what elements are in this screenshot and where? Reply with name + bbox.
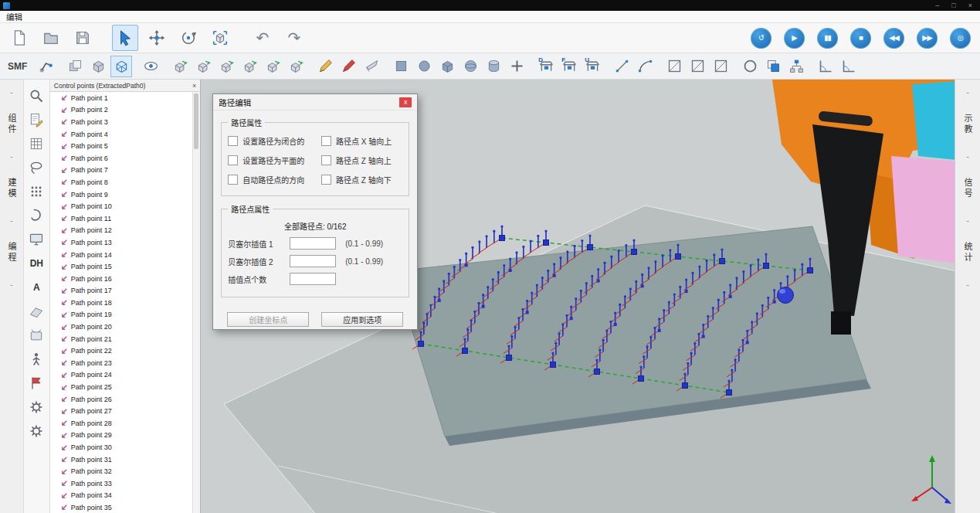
tree-item-path-point[interactable]: Path point 9: [50, 189, 193, 201]
section-plane-3-button[interactable]: [710, 56, 731, 77]
rail-section-3[interactable]: 建模: [5, 178, 18, 199]
open-file-button[interactable]: [38, 25, 64, 51]
flag-tool-button[interactable]: [26, 373, 46, 393]
copy-object-button[interactable]: [64, 56, 86, 77]
create-coordinate-points-button[interactable]: 创建坐标点: [227, 312, 309, 327]
tree-item-path-point[interactable]: Path point 27: [50, 405, 193, 417]
box-op-1-button[interactable]: [169, 56, 191, 77]
workbench-u-button[interactable]: U: [582, 56, 603, 77]
skip-back-button[interactable]: ◀◀: [883, 28, 904, 49]
report-tool-button[interactable]: [26, 110, 46, 130]
workbench-d-button[interactable]: D: [535, 56, 557, 77]
tree-item-path-point[interactable]: Path point 33: [50, 477, 193, 490]
draw-circle-button[interactable]: [739, 56, 761, 77]
grid-tool-button[interactable]: [26, 134, 46, 154]
tree-item-path-point[interactable]: Path point 10: [50, 200, 193, 212]
tree-item-path-point[interactable]: Path point 25: [50, 381, 193, 393]
settings-tool-2-button[interactable]: [26, 421, 46, 441]
redo-button[interactable]: ↷: [281, 25, 307, 51]
checkbox-box[interactable]: [228, 136, 238, 146]
draw-pen-button[interactable]: [314, 56, 336, 77]
plane-tool-button[interactable]: [26, 301, 46, 321]
pause-button[interactable]: ▮▮: [817, 28, 838, 49]
group-objects-button[interactable]: [762, 56, 784, 77]
tree-item-path-point[interactable]: Path point 31: [50, 454, 193, 466]
rail-section-1[interactable]: 示教: [961, 114, 974, 135]
tree-item-path-point[interactable]: Path point 18: [50, 297, 193, 309]
scrollbar-thumb[interactable]: [194, 93, 198, 149]
box-op-2-button[interactable]: [192, 56, 214, 77]
close-button[interactable]: ×: [968, 0, 972, 11]
checkbox-box[interactable]: [321, 155, 331, 165]
tree-item-path-point[interactable]: Path point 4: [50, 128, 193, 141]
draw-cut-button[interactable]: [361, 56, 382, 77]
box-solid-button[interactable]: [87, 56, 109, 77]
tree-item-path-point[interactable]: Path point 23: [50, 357, 193, 369]
undo-button[interactable]: ↶: [249, 25, 276, 51]
rail-section-5[interactable]: 编程: [5, 242, 18, 263]
lasso-tool-button[interactable]: [26, 158, 46, 178]
section-plane-1-button[interactable]: [663, 56, 685, 77]
minimize-button[interactable]: –: [935, 0, 939, 11]
tree-item-path-point[interactable]: Path point 11: [50, 212, 193, 225]
tree-item-path-point[interactable]: Path point 35: [50, 501, 193, 513]
maximize-button[interactable]: □: [951, 0, 955, 11]
structure-graph-button[interactable]: [785, 56, 807, 77]
tree-item-path-point[interactable]: Path point 17: [50, 285, 193, 297]
tree-item-path-point[interactable]: Path point 24: [50, 369, 193, 382]
tree-item-path-point[interactable]: Path point 7: [50, 165, 193, 177]
primitive-sphere-button[interactable]: [459, 56, 481, 77]
stop-button[interactable]: ■: [850, 28, 871, 49]
tree-item-path-point[interactable]: Path point 19: [50, 309, 193, 321]
tree-item-path-point[interactable]: Path point 26: [50, 393, 193, 406]
checkbox-box[interactable]: [228, 175, 238, 185]
box-op-4-button[interactable]: [239, 56, 260, 77]
tree-item-path-point[interactable]: Path point 5: [50, 140, 193, 152]
draw-marker-button[interactable]: [337, 56, 359, 77]
path-prop-checkbox-3[interactable]: 路径点 X 轴向上: [321, 135, 402, 147]
path-prop-checkbox-0[interactable]: 设置路径为闭合的: [228, 135, 315, 147]
workbench-f-button[interactable]: F: [558, 56, 580, 77]
pattern-tool-button[interactable]: [26, 182, 46, 202]
field-input-2[interactable]: [290, 273, 336, 285]
tree-item-path-point[interactable]: Path point 15: [50, 260, 193, 273]
zoom-tool-button[interactable]: [26, 86, 46, 106]
tree-item-path-point[interactable]: Path point 16: [50, 273, 193, 285]
path-prop-checkbox-5[interactable]: 路径点 Z 轴向下: [321, 174, 402, 185]
primitive-circle-button[interactable]: [413, 56, 435, 77]
tree-item-path-point[interactable]: Path point 8: [50, 176, 193, 189]
add-primitive-button[interactable]: [506, 56, 527, 77]
measure-angle-1-button[interactable]: [815, 56, 836, 77]
annotation-tool-button[interactable]: A: [26, 277, 46, 297]
dh-parameters-button[interactable]: DH: [26, 253, 46, 273]
transform-tool-button[interactable]: [207, 25, 233, 51]
tree-item-path-point[interactable]: Path point 34: [50, 490, 193, 502]
record-button[interactable]: ◎: [950, 28, 971, 49]
tree-item-path-point[interactable]: Path point 32: [50, 465, 193, 477]
checkbox-box[interactable]: [228, 155, 238, 165]
tree-item-path-point[interactable]: Path point 12: [50, 225, 193, 237]
field-input-1[interactable]: [290, 255, 336, 267]
draw-arc-button[interactable]: [634, 56, 656, 77]
dialog-title-bar[interactable]: 路径编辑 x: [213, 94, 417, 110]
rotate-tool-button[interactable]: [175, 25, 202, 51]
save-file-button[interactable]: [70, 25, 96, 51]
reset-playback-button[interactable]: ↺: [751, 28, 771, 49]
measure-angle-2-button[interactable]: [838, 56, 860, 77]
viewport-3d[interactable]: 路径编辑 x 路径属性 设置路径为闭合的设置路径为平面的自动路径点的方向路径点 …: [201, 80, 955, 513]
primitive-square-button[interactable]: [390, 56, 412, 77]
tree-item-path-point[interactable]: Path point 13: [50, 236, 193, 249]
rail-section-3[interactable]: 信号: [961, 178, 974, 199]
tree-item-path-point[interactable]: Path point 1: [50, 92, 193, 104]
menu-edit[interactable]: 编辑: [6, 11, 22, 22]
controller-tool-button[interactable]: [26, 325, 46, 345]
tree-item-path-point[interactable]: Path point 28: [50, 417, 193, 430]
box-op-5-button[interactable]: [262, 56, 283, 77]
box-op-3-button[interactable]: [215, 56, 237, 77]
path-prop-checkbox-1[interactable]: 设置路径为平面的: [228, 155, 315, 166]
tree-item-path-point[interactable]: Path point 3: [50, 116, 193, 128]
tree-item-path-point[interactable]: Path point 21: [50, 333, 193, 345]
section-plane-2-button[interactable]: [687, 56, 708, 77]
tree-item-path-point[interactable]: Path point 22: [50, 345, 193, 357]
move-tool-button[interactable]: [144, 25, 170, 51]
